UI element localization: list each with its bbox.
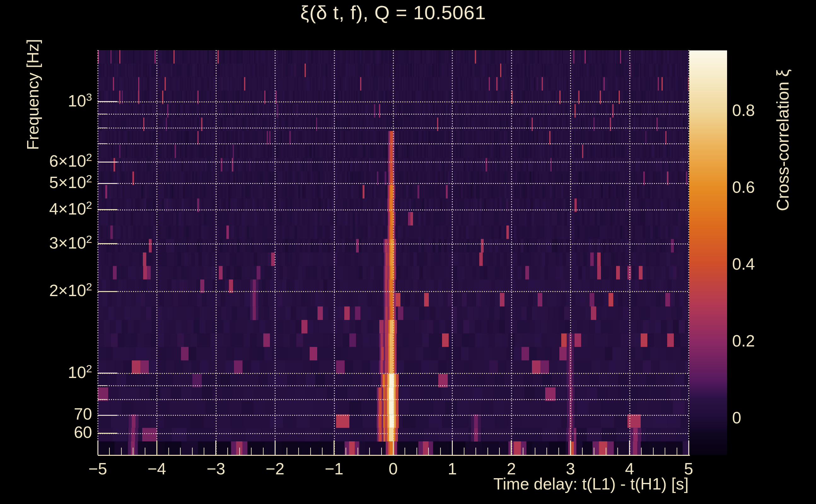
plot-title: ξ(δ t, f), Q = 10.5061 xyxy=(98,1,689,24)
x-minor-tick xyxy=(487,448,488,455)
y-major-tick xyxy=(98,291,117,292)
x-minor-tick xyxy=(168,448,169,455)
x-minor-tick xyxy=(145,448,145,455)
y-tick-label: 70 xyxy=(13,404,92,423)
y-minor-tick xyxy=(98,128,107,128)
x-minor-tick xyxy=(180,448,181,455)
y-tick-label: 4×102 xyxy=(13,199,92,218)
x-minor-tick xyxy=(475,448,476,455)
x-major-tick xyxy=(570,440,571,455)
x-minor-tick xyxy=(464,448,464,455)
x-minor-tick xyxy=(109,448,110,455)
x-tick-label: 3 xyxy=(566,459,575,478)
x-minor-tick xyxy=(369,448,370,455)
x-minor-tick xyxy=(287,448,287,455)
v-gridline xyxy=(97,50,98,455)
y-tick-label: 6×102 xyxy=(13,151,92,170)
v-gridline xyxy=(629,50,630,455)
y-tick-label: 60 xyxy=(13,423,92,442)
y-minor-tick xyxy=(98,399,107,400)
x-major-tick xyxy=(511,440,512,455)
x-minor-tick xyxy=(417,448,417,455)
x-minor-tick xyxy=(440,448,441,455)
x-minor-tick xyxy=(227,448,228,455)
x-tick-label: −2 xyxy=(266,459,285,478)
v-gridline xyxy=(570,50,571,455)
x-minor-tick xyxy=(546,448,547,455)
x-major-tick xyxy=(393,440,394,455)
y-minor-tick xyxy=(98,114,107,114)
x-minor-tick xyxy=(653,448,654,455)
y-tick-label: 2×102 xyxy=(13,281,92,300)
y-tick-label: 3×102 xyxy=(13,233,92,252)
y-tick-label: 5×102 xyxy=(13,173,92,192)
v-gridline xyxy=(334,50,335,455)
y-tick-label: 103 xyxy=(13,91,92,110)
x-minor-tick xyxy=(358,448,358,455)
x-minor-tick xyxy=(558,448,559,455)
x-tick-label: 0 xyxy=(389,459,398,478)
x-minor-tick xyxy=(535,448,535,455)
v-gridline xyxy=(393,50,394,455)
colorbar-title: Cross-correlation ξ xyxy=(773,69,792,211)
x-minor-tick xyxy=(665,448,665,455)
x-minor-tick xyxy=(428,448,429,455)
colorbar-tick-label: 0.4 xyxy=(732,255,755,273)
colorbar-tick-label: 0.8 xyxy=(732,101,755,120)
x-minor-tick xyxy=(582,448,583,455)
x-tick-label: 4 xyxy=(625,459,634,478)
x-minor-tick xyxy=(677,448,677,455)
y-major-tick xyxy=(98,433,117,434)
x-minor-tick xyxy=(523,448,523,455)
y-major-tick xyxy=(98,415,117,416)
x-minor-tick xyxy=(121,448,122,455)
x-minor-tick xyxy=(239,448,240,455)
colorbar-tick-label: 0 xyxy=(732,408,741,427)
x-minor-tick xyxy=(405,448,405,455)
x-axis-line xyxy=(98,455,690,456)
x-minor-tick xyxy=(251,448,252,455)
x-major-tick xyxy=(452,440,453,455)
x-minor-tick xyxy=(298,448,299,455)
y-major-tick xyxy=(98,162,117,163)
cross-correlation-qscan-figure: ξ(δ t, f), Q = 10.5061 Frequency [Hz] Ti… xyxy=(0,0,816,504)
x-minor-tick xyxy=(641,448,642,455)
x-minor-tick xyxy=(204,448,204,455)
colorbar-tick-label: 0.2 xyxy=(732,331,755,350)
x-minor-tick xyxy=(192,448,192,455)
colorbar-gradient xyxy=(689,50,727,455)
v-gridline xyxy=(216,50,217,455)
x-minor-tick xyxy=(499,448,500,455)
x-minor-tick xyxy=(263,448,264,455)
x-minor-tick xyxy=(310,448,311,455)
x-major-tick xyxy=(216,440,216,455)
x-major-tick xyxy=(156,440,157,455)
x-minor-tick xyxy=(618,448,618,455)
x-tick-label: 1 xyxy=(448,459,457,478)
x-major-tick xyxy=(275,440,276,455)
v-gridline xyxy=(275,50,276,455)
x-axis-title: Time delay: t(L1) - t(H1) [s] xyxy=(493,474,689,493)
y-minor-tick xyxy=(98,385,107,386)
x-major-tick xyxy=(629,440,630,455)
y-major-tick xyxy=(98,183,117,184)
x-minor-tick xyxy=(381,448,382,455)
y-tick-label: 102 xyxy=(13,363,92,382)
colorbar-tick-label: 0.6 xyxy=(732,178,755,197)
x-major-tick xyxy=(334,440,335,455)
x-tick-label: −1 xyxy=(325,459,343,478)
y-minor-tick xyxy=(98,143,107,144)
x-tick-label: 2 xyxy=(507,459,516,478)
y-major-tick xyxy=(98,209,117,210)
y-major-tick xyxy=(98,373,117,374)
x-minor-tick xyxy=(322,448,323,455)
y-major-tick xyxy=(98,243,117,244)
v-gridline xyxy=(452,50,453,455)
x-major-tick xyxy=(97,440,98,455)
x-tick-label: 5 xyxy=(684,459,693,478)
x-tick-label: −5 xyxy=(88,459,107,478)
x-tick-label: −4 xyxy=(147,459,166,478)
x-tick-label: −3 xyxy=(207,459,225,478)
x-minor-tick xyxy=(346,448,346,455)
v-gridline xyxy=(156,50,157,455)
